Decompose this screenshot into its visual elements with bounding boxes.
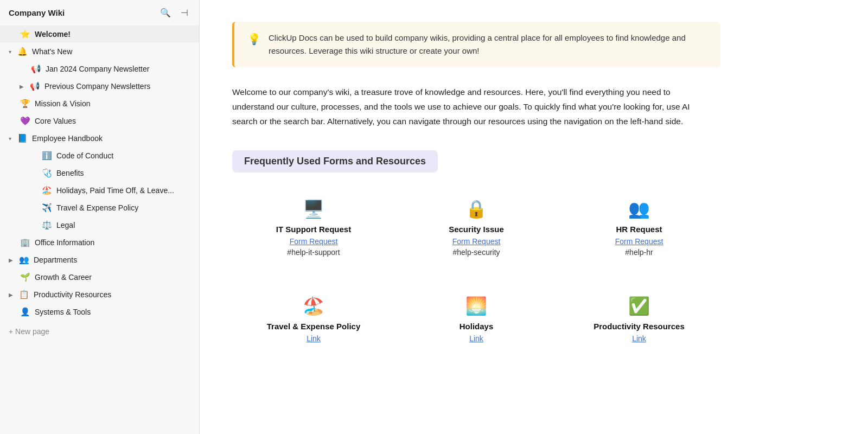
section-heading: Frequently Used Forms and Resources — [232, 150, 438, 173]
card-link[interactable]: Form Request — [615, 237, 663, 246]
nav-item-label: Office Information — [35, 238, 190, 247]
chevron-icon: ▶ — [9, 292, 13, 298]
resource-card: 🏖️Travel & Expense PolicyLink — [232, 287, 395, 354]
sidebar-item-office-info[interactable]: 🏢Office Information — [0, 234, 199, 251]
card-title: HR Request — [616, 225, 662, 234]
sidebar-item-holidays[interactable]: 🏖️Holidays, Paid Time Off, & Leave... — [0, 182, 199, 199]
nav-item-icon: ⚖️ — [41, 220, 52, 230]
main-content: 💡 ClickUp Docs can be used to build comp… — [200, 0, 868, 434]
card-tag: #help-hr — [625, 248, 653, 257]
sidebar-item-whats-new[interactable]: ▾🔔What's New — [0, 43, 199, 60]
chevron-icon: ▶ — [9, 257, 13, 263]
nav-item-icon: 🔔 — [17, 47, 28, 56]
new-page-button[interactable]: + New page — [0, 323, 199, 340]
resource-card: 🔒Security IssueForm Request#help-securit… — [395, 190, 558, 265]
sidebar-item-employee-handbook[interactable]: ▾📘Employee Handbook — [0, 130, 199, 147]
nav-item-icon: 🏆 — [20, 99, 30, 108]
nav-item-icon: 👥 — [18, 255, 29, 265]
sidebar-item-systems-tools[interactable]: 👤Systems & Tools — [0, 303, 199, 321]
new-page-label: + New page — [9, 327, 49, 336]
sidebar-item-core-values[interactable]: 💜Core Values — [0, 112, 199, 130]
sidebar: Company Wiki 🔍 ⊣ ⭐Welcome!▾🔔What's New📢J… — [0, 0, 200, 434]
nav-item-label: Systems & Tools — [35, 308, 190, 316]
card-title: IT Support Request — [276, 225, 351, 234]
resources-grid-row2: 🏖️Travel & Expense PolicyLink🌅HolidaysLi… — [232, 287, 720, 354]
sidebar-item-productivity[interactable]: ▶📋Productivity Resources — [0, 286, 199, 303]
sidebar-header-icons: 🔍 ⊣ — [158, 7, 190, 19]
resource-card: 👥HR RequestForm Request#help-hr — [558, 190, 720, 265]
sidebar-item-travel-expense[interactable]: ✈️Travel & Expense Policy — [0, 199, 199, 216]
sidebar-item-code-of-conduct[interactable]: ℹ️Code of Conduct — [0, 147, 199, 164]
card-link[interactable]: Form Request — [290, 237, 338, 246]
callout-box: 💡 ClickUp Docs can be used to build comp… — [232, 22, 720, 67]
app-title: Company Wiki — [9, 8, 65, 17]
nav-item-icon: 🏢 — [20, 238, 30, 247]
resource-card: ✅Productivity ResourcesLink — [558, 287, 720, 354]
sidebar-item-growth-career[interactable]: 🌱Growth & Career — [0, 269, 199, 286]
chevron-icon: ▶ — [20, 84, 24, 90]
nav-item-label: Productivity Resources — [34, 290, 190, 299]
nav-item-icon: 🏖️ — [41, 186, 52, 195]
nav-item-label: Jan 2024 Company Newsletter — [46, 65, 190, 73]
resource-card: 🖥️IT Support RequestForm Request#help-it… — [232, 190, 395, 265]
nav-item-icon: 📢 — [30, 64, 41, 74]
card-icon: 🌅 — [465, 296, 487, 316]
card-tag: #help-it-support — [287, 248, 340, 257]
nav-item-icon: 🌱 — [20, 272, 30, 282]
nav-item-label: Travel & Expense Policy — [56, 203, 190, 212]
sidebar-item-jan-newsletter[interactable]: 📢Jan 2024 Company Newsletter — [0, 60, 199, 78]
nav-item-label: Employee Handbook — [32, 134, 190, 143]
card-link[interactable]: Link — [469, 334, 483, 343]
nav-item-label: Code of Conduct — [56, 151, 190, 160]
nav-item-icon: 💜 — [20, 116, 30, 126]
search-button[interactable]: 🔍 — [158, 7, 173, 19]
card-icon: 🔒 — [465, 199, 487, 219]
nav-item-icon: 🩺 — [41, 168, 52, 178]
nav-list: ⭐Welcome!▾🔔What's New📢Jan 2024 Company N… — [0, 25, 199, 321]
callout-text: ClickUp Docs can be used to build compan… — [269, 31, 707, 58]
card-title: Travel & Expense Policy — [267, 322, 361, 331]
nav-item-label: Core Values — [35, 117, 190, 125]
sidebar-item-departments[interactable]: ▶👥Departments — [0, 251, 199, 269]
card-tag: #help-security — [452, 248, 500, 257]
collapse-button[interactable]: ⊣ — [178, 7, 190, 19]
nav-item-label: Mission & Vision — [35, 99, 190, 108]
nav-item-icon: ⭐ — [20, 29, 30, 39]
nav-item-icon: 👤 — [20, 307, 30, 317]
sidebar-header: Company Wiki 🔍 ⊣ — [0, 0, 199, 25]
resource-card: 🌅HolidaysLink — [395, 287, 558, 354]
nav-item-label: Benefits — [56, 169, 190, 177]
sidebar-item-welcome[interactable]: ⭐Welcome! — [0, 25, 199, 43]
sidebar-item-benefits[interactable]: 🩺Benefits — [0, 164, 199, 182]
nav-item-icon: 📋 — [18, 290, 29, 299]
nav-item-icon: ℹ️ — [41, 151, 52, 161]
nav-item-label: What's New — [32, 47, 190, 56]
nav-item-icon: ✈️ — [41, 203, 52, 213]
sidebar-item-mission[interactable]: 🏆Mission & Vision — [0, 95, 199, 112]
card-icon: 🖥️ — [303, 199, 324, 219]
chevron-icon: ▾ — [9, 136, 11, 142]
nav-item-label: Holidays, Paid Time Off, & Leave... — [56, 186, 190, 195]
card-title: Holidays — [459, 322, 494, 331]
nav-item-label: Previous Company Newsletters — [44, 82, 190, 91]
intro-text: Welcome to our company's wiki, a treasur… — [232, 85, 699, 129]
nav-item-label: Welcome! — [35, 30, 190, 39]
card-link[interactable]: Link — [307, 334, 321, 343]
resources-grid-row1: 🖥️IT Support RequestForm Request#help-it… — [232, 190, 720, 265]
card-icon: 👥 — [628, 199, 650, 219]
chevron-icon: ▾ — [9, 49, 11, 55]
card-title: Security Issue — [449, 225, 504, 234]
callout-icon: 💡 — [247, 33, 261, 46]
sidebar-item-legal[interactable]: ⚖️Legal — [0, 216, 199, 234]
card-title: Productivity Resources — [593, 322, 685, 331]
nav-item-label: Legal — [56, 221, 190, 229]
nav-item-icon: 📢 — [29, 81, 40, 91]
card-icon: 🏖️ — [303, 296, 324, 316]
card-link[interactable]: Link — [632, 334, 646, 343]
nav-item-label: Growth & Career — [35, 273, 190, 282]
card-icon: ✅ — [628, 296, 650, 316]
nav-item-icon: 📘 — [17, 133, 28, 143]
sidebar-item-prev-newsletters[interactable]: ▶📢Previous Company Newsletters — [0, 78, 199, 95]
nav-item-label: Departments — [34, 256, 190, 264]
card-link[interactable]: Form Request — [452, 237, 501, 246]
